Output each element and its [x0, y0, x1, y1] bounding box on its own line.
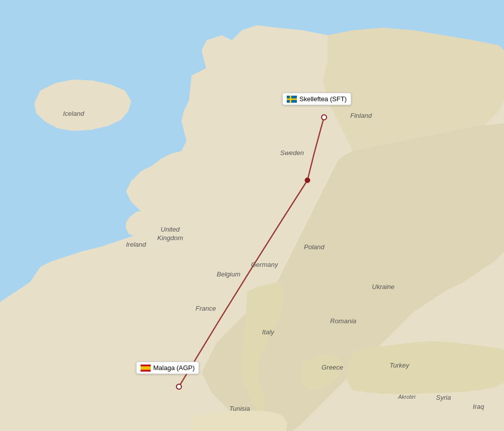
- skelleftea-dot: [321, 114, 327, 120]
- malaga-label-text: Malaga (AGP): [153, 364, 195, 372]
- svg-point-1: [305, 178, 310, 183]
- sweden-flag-icon: [287, 96, 297, 103]
- skelleftea-label-text: Skelleftea (SFT): [299, 95, 347, 103]
- malaga-label: Malaga (AGP): [136, 362, 199, 374]
- map-svg: [0, 0, 504, 431]
- svg-rect-6: [287, 98, 297, 100]
- malaga-dot: [176, 384, 182, 390]
- svg-rect-3: [141, 366, 151, 370]
- spain-flag-icon: [141, 365, 151, 372]
- map-container: Malaga (AGP) Skelleftea (SFT) Iceland Ir…: [0, 0, 504, 431]
- skelleftea-label: Skelleftea (SFT): [282, 93, 351, 105]
